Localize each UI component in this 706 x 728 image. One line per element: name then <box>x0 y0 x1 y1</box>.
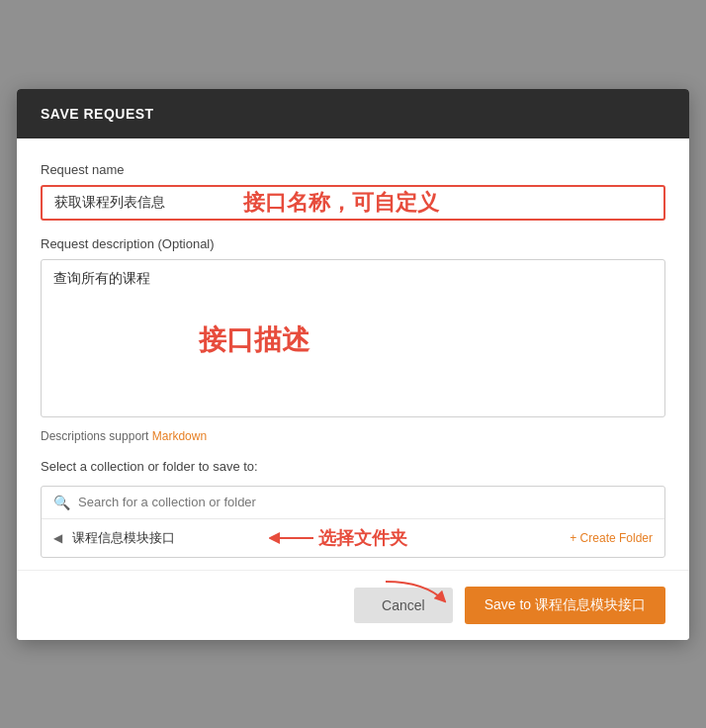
modal-header: SAVE REQUEST <box>17 89 689 138</box>
request-description-label: Request description (Optional) <box>41 236 665 251</box>
create-folder-button[interactable]: + Create Folder <box>570 531 653 545</box>
modal-overlay: SAVE REQUEST Request name 接口名称，可自定义 Requ… <box>0 0 706 728</box>
markdown-hint-row: Descriptions support Markdown <box>41 429 665 443</box>
modal-title: SAVE REQUEST <box>41 106 154 122</box>
annotation-desc-text: 接口描述 <box>199 321 309 359</box>
folder-section: 🔍 ◀ 课程信息模块接口 <box>41 486 665 558</box>
markdown-link[interactable]: Markdown <box>152 429 207 443</box>
annotation-folder-text: 选择文件夹 <box>318 526 407 550</box>
annotation-folder-arrow <box>269 528 318 548</box>
folder-search-row: 🔍 <box>42 487 664 519</box>
annotation-name-text: 接口名称，可自定义 <box>243 188 439 218</box>
modal-footer: Cancel Save to 课程信息模块接口 <box>17 570 689 640</box>
request-name-field: Request name 接口名称，可自定义 <box>41 162 665 221</box>
arrow-left-icon <box>269 528 318 548</box>
save-button[interactable]: Save to 课程信息模块接口 <box>465 587 665 624</box>
folder-arrow-icon: ◀ <box>53 531 62 545</box>
collection-label: Select a collection or folder to save to… <box>41 459 665 474</box>
request-description-field: Request description (Optional) 查询所有的课程 接… <box>41 236 665 421</box>
modal-body: Request name 接口名称，可自定义 Request descripti… <box>17 138 689 558</box>
folder-search-input[interactable] <box>78 495 653 509</box>
save-request-modal: SAVE REQUEST Request name 接口名称，可自定义 Requ… <box>17 89 689 640</box>
request-description-textarea[interactable]: 查询所有的课程 <box>41 259 665 417</box>
folder-list-item[interactable]: ◀ 课程信息模块接口 选择文件夹 <box>42 519 664 557</box>
save-arrow-icon <box>376 577 455 616</box>
search-icon: 🔍 <box>53 495 70 510</box>
request-name-label: Request name <box>41 162 665 177</box>
markdown-hint-text: Descriptions support <box>41 429 152 443</box>
